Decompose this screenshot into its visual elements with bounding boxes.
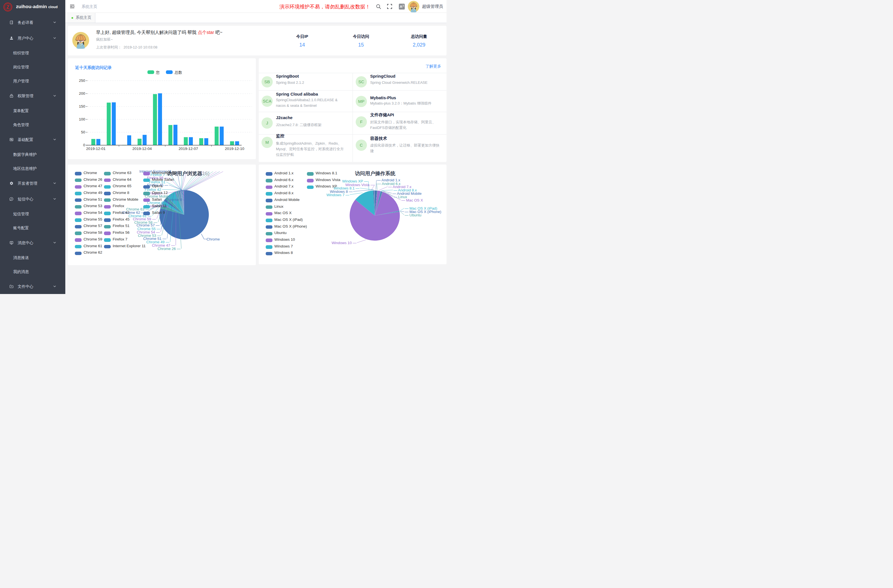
svg-text:2019-12-01: 2019-12-01 [86, 147, 105, 151]
svg-text:250: 250 [79, 78, 85, 83]
svg-text:2019-12-07: 2019-12-07 [179, 147, 198, 151]
svg-text:100: 100 [79, 117, 85, 121]
svg-text:50: 50 [81, 130, 85, 134]
svg-text:150: 150 [79, 104, 85, 108]
svg-text:— Mac OS X: — Mac OS X [401, 198, 423, 202]
svg-text:Chrome: Chrome [207, 237, 220, 241]
svg-text:文: 文 [402, 5, 404, 7]
svg-text:Windows 7 —: Windows 7 — [326, 193, 350, 197]
svg-text:Z: Z [6, 5, 9, 10]
svg-text:— Ubuntu: — Ubuntu [405, 213, 421, 217]
svg-text:Windows 10 —: Windows 10 — [332, 241, 356, 245]
svg-text:0: 0 [83, 143, 85, 147]
svg-text:2019-12-10: 2019-12-10 [225, 147, 244, 151]
svg-text:2019-12-04: 2019-12-04 [132, 147, 152, 151]
svg-text:Chrome 26 —: Chrome 26 — [158, 247, 181, 251]
svg-text:200: 200 [79, 91, 85, 96]
